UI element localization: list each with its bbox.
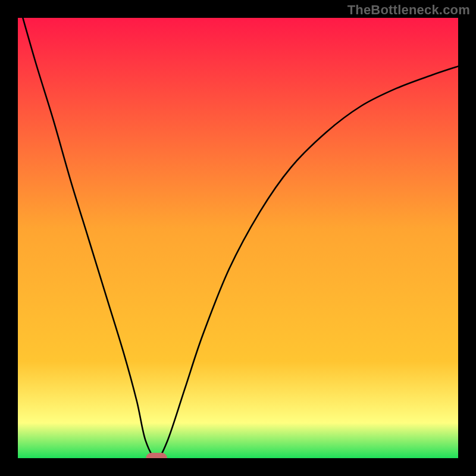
plot-area (18, 18, 458, 458)
min-point-marker (146, 453, 167, 458)
gradient-background (18, 18, 458, 458)
watermark-text: TheBottleneck.com (347, 2, 470, 18)
chart-svg (18, 18, 458, 458)
chart-frame: TheBottleneck.com (0, 0, 476, 476)
